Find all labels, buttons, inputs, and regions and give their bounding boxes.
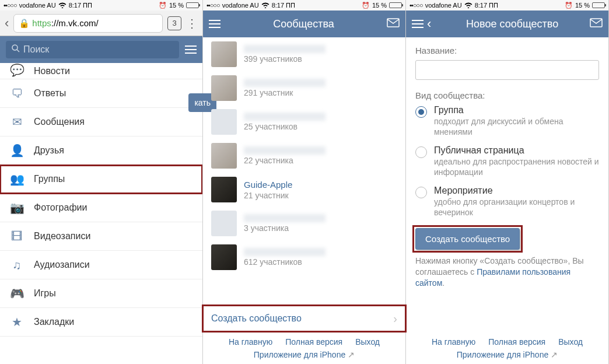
pane-communities: ••○○○ vodafone AU 8:17 ПП ⏰ 15 % Сообщес… bbox=[203, 0, 406, 364]
url-scheme: https bbox=[32, 18, 51, 28]
menu-label: Видеозаписи bbox=[34, 231, 90, 242]
browser-back-icon[interactable]: ‹ bbox=[5, 16, 9, 31]
chat-icon: 💬 bbox=[10, 64, 23, 76]
battery-pct-label: 15 % bbox=[575, 2, 590, 9]
option-title: Публичная страница bbox=[434, 145, 599, 156]
member-count: 22 участника bbox=[244, 156, 326, 165]
reply-icon: 🗨 bbox=[10, 87, 23, 100]
video-icon: 🎞 bbox=[10, 230, 23, 243]
tabs-button[interactable]: 3 bbox=[167, 16, 181, 30]
menu-item-photos[interactable]: 📷 Фотографии bbox=[0, 194, 202, 222]
community-row[interactable]: 291 участник bbox=[203, 71, 405, 105]
menu-item-groups[interactable]: 👥 Группы bbox=[0, 165, 202, 194]
radio-group-option[interactable]: Группа подходит для дискуссий и обмена м… bbox=[415, 105, 599, 137]
menu-label: Ответы bbox=[34, 88, 66, 99]
radio-icon bbox=[415, 146, 427, 158]
person-icon: 👤 bbox=[10, 144, 23, 157]
create-community-button[interactable]: Создать сообщество bbox=[415, 228, 520, 250]
community-name-blurred bbox=[244, 146, 326, 155]
community-row[interactable]: 25 участников bbox=[203, 105, 405, 139]
footer-logout[interactable]: Выход bbox=[355, 337, 380, 346]
avatar bbox=[211, 109, 237, 135]
menu-item-bookmarks[interactable]: ★ Закладки bbox=[0, 308, 202, 337]
menu-item-games[interactable]: 🎮 Игры bbox=[0, 279, 202, 308]
hamburger-icon[interactable] bbox=[412, 20, 424, 28]
vk-header-new-community: ‹ Новое сообщество bbox=[406, 10, 608, 37]
footer-home[interactable]: На главную bbox=[432, 337, 475, 346]
clock-label: 8:17 ПП bbox=[69, 2, 92, 9]
alarm-icon: ⏰ bbox=[159, 2, 167, 9]
community-row[interactable]: 22 участника bbox=[203, 139, 405, 173]
external-link-icon: ↗ bbox=[551, 350, 558, 359]
menu-item-answers[interactable]: 🗨 Ответы bbox=[0, 79, 202, 108]
people-icon: 👥 bbox=[10, 173, 23, 186]
pane-new-community: ••○○○ vodafone AU 8:17 ПП ⏰ 15 % ‹ Новое… bbox=[406, 0, 609, 364]
back-chevron-icon[interactable]: ‹ bbox=[427, 16, 431, 32]
vk-menu-list: 💬 Новости 🗨 Ответы ✉ Сообщения 👤 Друзья … bbox=[0, 63, 202, 364]
community-name-blurred bbox=[244, 248, 326, 256]
menu-label: Закладки bbox=[34, 317, 74, 327]
menu-label: Группы bbox=[34, 174, 65, 184]
search-input[interactable]: Поиск bbox=[6, 41, 179, 58]
browser-menu-icon[interactable]: ⋮ bbox=[186, 16, 198, 30]
signal-dots-icon: ••○○○ bbox=[206, 2, 220, 9]
footer-full[interactable]: Полная версия bbox=[285, 337, 342, 346]
url-field[interactable]: 🔒 https://m.vk.com/ bbox=[13, 14, 163, 33]
avatar bbox=[211, 211, 237, 236]
create-community-link[interactable]: Создать сообщество › bbox=[203, 306, 405, 331]
menu-item-messages[interactable]: ✉ Сообщения bbox=[0, 108, 202, 136]
member-count: 21 участник bbox=[244, 191, 292, 200]
svg-point-0 bbox=[12, 45, 18, 50]
alarm-icon: ⏰ bbox=[362, 2, 370, 9]
wifi-icon bbox=[261, 2, 270, 9]
menu-item-audio[interactable]: ♫ Аудиозаписи bbox=[0, 251, 202, 279]
clock-label: 8:17 ПП bbox=[475, 2, 498, 9]
footer-app[interactable]: Приложение для iPhone bbox=[254, 350, 345, 359]
name-input[interactable] bbox=[415, 60, 599, 80]
name-label: Название: bbox=[415, 46, 599, 55]
community-row[interactable]: 3 участника bbox=[203, 206, 405, 240]
option-title: Группа bbox=[434, 105, 599, 116]
community-row[interactable]: Guide-Apple21 участник bbox=[203, 173, 405, 206]
menu-item-videos[interactable]: 🎞 Видеозаписи bbox=[0, 222, 202, 251]
ios-status-bar: ••○○○ vodafone AU 8:17 ПП ⏰ 15 % bbox=[0, 0, 202, 10]
carrier-label: vodafone AU bbox=[222, 2, 259, 9]
svg-rect-2 bbox=[387, 19, 399, 27]
option-title: Мероприятие bbox=[434, 186, 599, 196]
member-count: 291 участник bbox=[244, 88, 326, 97]
music-icon: ♫ bbox=[10, 258, 23, 271]
mail-icon[interactable] bbox=[590, 18, 603, 30]
menu-item-news[interactable]: 💬 Новости bbox=[0, 63, 202, 79]
svg-rect-3 bbox=[590, 19, 602, 27]
option-sub: идеально для распространения новостей и … bbox=[434, 157, 599, 177]
member-count: 25 участников bbox=[244, 122, 326, 131]
menu-label: Друзья bbox=[34, 145, 64, 156]
battery-pct-label: 15 % bbox=[372, 2, 387, 9]
pane-browser-menu: ••○○○ vodafone AU 8:17 ПП ⏰ 15 % ‹ 🔒 htt… bbox=[0, 0, 203, 364]
community-row[interactable]: 399 участников bbox=[203, 37, 405, 71]
footer-full[interactable]: Полная версия bbox=[488, 337, 545, 346]
header-title: Сообщества bbox=[220, 18, 387, 30]
radio-public-option[interactable]: Публичная страница идеально для распрост… bbox=[415, 145, 599, 177]
community-name-blurred bbox=[244, 113, 326, 121]
carrier-label: vodafone AU bbox=[425, 2, 462, 9]
radio-event-option[interactable]: Мероприятие удобно для организации конце… bbox=[415, 186, 599, 218]
footer-links: На главную Полная версия Выход Приложени… bbox=[203, 331, 405, 364]
hamburger-icon[interactable] bbox=[185, 46, 197, 54]
menu-item-friends[interactable]: 👤 Друзья bbox=[0, 136, 202, 165]
avatar bbox=[211, 244, 237, 270]
footer-logout[interactable]: Выход bbox=[558, 337, 583, 346]
footer-app[interactable]: Приложение для iPhone bbox=[457, 350, 548, 359]
avatar bbox=[211, 177, 237, 202]
menu-label: Аудиозаписи bbox=[34, 260, 90, 270]
search-icon bbox=[12, 44, 20, 55]
community-row[interactable]: 612 участников bbox=[203, 240, 405, 274]
hamburger-icon[interactable] bbox=[209, 20, 220, 28]
menu-label: Фотографии bbox=[34, 202, 87, 213]
avatar bbox=[211, 41, 237, 67]
safari-address-bar: ‹ 🔒 https://m.vk.com/ 3 ⋮ bbox=[0, 10, 202, 36]
mail-icon[interactable] bbox=[387, 18, 400, 30]
clock-label: 8:17 ПП bbox=[272, 2, 295, 9]
footer-home[interactable]: На главную bbox=[229, 337, 272, 346]
menu-label: Новости bbox=[34, 66, 70, 76]
